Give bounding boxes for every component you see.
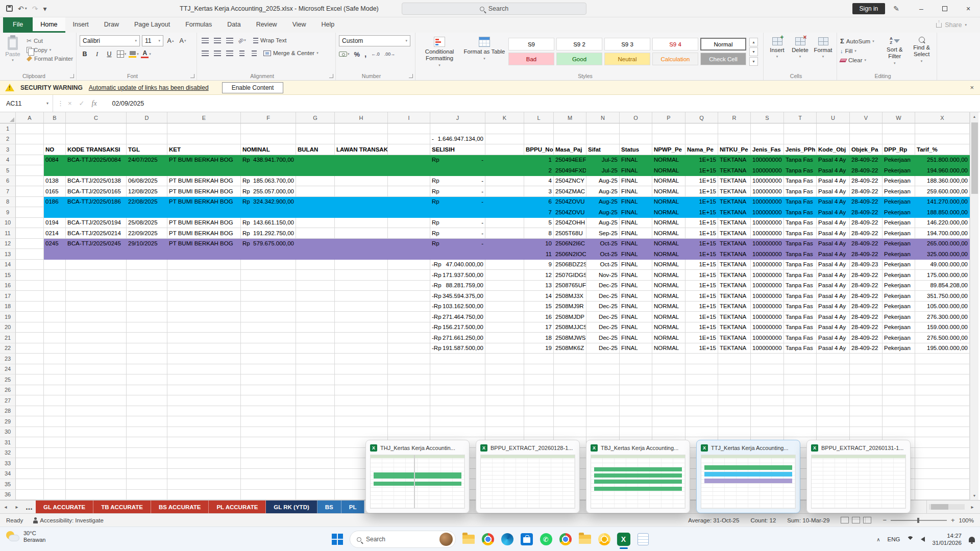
copy-button[interactable]: Copy▾ xyxy=(27,47,73,53)
cell-C14[interactable] xyxy=(66,260,127,270)
cell-H7[interactable] xyxy=(335,186,388,197)
cell-B3[interactable]: NO xyxy=(44,144,66,155)
cell-M28[interactable] xyxy=(554,406,586,417)
cell-S18[interactable]: 100000000 xyxy=(751,302,784,312)
cell-V19[interactable]: 28-409-22 xyxy=(850,312,883,322)
cell-H6[interactable] xyxy=(335,176,388,187)
cell-T28[interactable] xyxy=(784,406,817,417)
cell-G31[interactable] xyxy=(296,437,335,448)
cell-L4[interactable]: 1 xyxy=(524,155,554,166)
cell-R16[interactable]: TEKTANA xyxy=(718,281,751,291)
cell-N5[interactable]: Jul-25 xyxy=(586,165,620,176)
cell-O20[interactable]: FINAL xyxy=(620,322,652,333)
cell-O26[interactable] xyxy=(620,385,652,396)
cell-X17[interactable]: 351.750.000,00 xyxy=(915,291,970,302)
cell-T13[interactable]: Tanpa Fas xyxy=(784,249,817,260)
cell-P29[interactable] xyxy=(652,416,685,427)
cell-U10[interactable]: Pasal 4 Ay xyxy=(817,218,850,229)
cell-Q18[interactable]: 1E+15 xyxy=(685,302,718,312)
cell-L18[interactable]: 15 xyxy=(524,302,554,312)
cell-P4[interactable]: NORMAL xyxy=(652,155,685,166)
conditional-formatting-button[interactable]: Conditional Formatting ▾ xyxy=(419,35,460,72)
cell-X5[interactable]: 194.960.000,00 xyxy=(915,165,970,176)
cell-U9[interactable]: Pasal 4 Ay xyxy=(817,207,850,218)
cell-A3[interactable] xyxy=(16,144,44,155)
cell-K17[interactable] xyxy=(485,291,524,302)
cell-D11[interactable]: 22/09/2025 xyxy=(127,228,167,239)
cell-V17[interactable]: 28-409-22 xyxy=(850,291,883,302)
insert-cells-button[interactable]: Insert ▾ xyxy=(767,35,788,72)
row-header-18[interactable]: 18 xyxy=(0,302,16,312)
cell-E11[interactable]: PT BUMI BERKAH BOG xyxy=(167,228,241,239)
cell-D1[interactable] xyxy=(127,123,167,134)
cell-B13[interactable] xyxy=(44,249,66,260)
cell-F9[interactable] xyxy=(241,207,296,218)
cell-K16[interactable] xyxy=(485,281,524,291)
cell-F36[interactable] xyxy=(241,490,296,500)
cell-T3[interactable]: Jenis_PPh xyxy=(784,144,817,155)
cell-A9[interactable] xyxy=(16,207,44,218)
cell-C21[interactable] xyxy=(66,333,127,343)
cell-P19[interactable]: NORMAL xyxy=(652,312,685,322)
cell-L17[interactable]: 14 xyxy=(524,291,554,302)
row-header-8[interactable]: 8 xyxy=(0,197,16,208)
cell-A22[interactable] xyxy=(16,343,44,354)
cell-F23[interactable] xyxy=(241,354,296,364)
cell-N17[interactable]: Dec-25 xyxy=(586,291,620,302)
cell-P23[interactable] xyxy=(652,354,685,364)
cell-W10[interactable]: Pekerjaan xyxy=(883,218,915,229)
row-header-2[interactable]: 2 xyxy=(0,134,16,145)
cell-R8[interactable]: TEKTANA xyxy=(718,197,751,208)
cell-W2[interactable] xyxy=(883,134,915,145)
cell-N12[interactable]: Oct-25 xyxy=(586,239,620,249)
cell-B31[interactable] xyxy=(44,437,66,448)
cell-N14[interactable]: Oct-25 xyxy=(586,260,620,270)
cell-U1[interactable] xyxy=(817,123,850,134)
cell-R11[interactable]: TEKTANA xyxy=(718,228,751,239)
cell-D35[interactable] xyxy=(127,479,167,490)
cell-I8[interactable] xyxy=(388,197,430,208)
cell-J29[interactable] xyxy=(430,416,485,427)
cell-P24[interactable] xyxy=(652,364,685,375)
chrome-icon[interactable] xyxy=(481,533,495,546)
cell-T1[interactable] xyxy=(784,123,817,134)
cancel-formula-icon[interactable]: × xyxy=(68,99,72,107)
cell-W21[interactable]: Pekerjaan xyxy=(883,333,915,343)
cell-K6[interactable] xyxy=(485,176,524,187)
cell-J10[interactable]: Rp- xyxy=(430,218,485,229)
cell-S7[interactable]: 100000000 xyxy=(751,186,784,197)
cell-A14[interactable] xyxy=(16,260,44,270)
format-painter-button[interactable]: Format Painter xyxy=(27,56,73,62)
cell-O13[interactable]: FINAL xyxy=(620,249,652,260)
cell-X14[interactable]: 49.000.000,00 xyxy=(915,260,970,270)
cell-Q27[interactable] xyxy=(685,395,718,406)
cell-A15[interactable] xyxy=(16,270,44,281)
cell-E2[interactable] xyxy=(167,134,241,145)
row-header-27[interactable]: 27 xyxy=(0,395,16,406)
align-center-button[interactable] xyxy=(212,48,223,58)
cell-I30[interactable] xyxy=(388,427,430,438)
row-header-25[interactable]: 25 xyxy=(0,374,16,385)
cell-Q28[interactable] xyxy=(685,406,718,417)
cell-L22[interactable]: 19 xyxy=(524,343,554,354)
cell-L15[interactable]: 12 xyxy=(524,270,554,281)
cell-M26[interactable] xyxy=(554,385,586,396)
cell-X8[interactable]: 141.270.000,00 xyxy=(915,197,970,208)
cell-L1[interactable] xyxy=(524,123,554,134)
cell-W5[interactable]: Pekerjaan xyxy=(883,165,915,176)
cell-D17[interactable] xyxy=(127,291,167,302)
cell-C30[interactable] xyxy=(66,427,127,438)
ribbon-tab-file[interactable]: File xyxy=(3,17,33,33)
cell-E28[interactable] xyxy=(167,406,241,417)
cell-K11[interactable] xyxy=(485,228,524,239)
cell-C25[interactable] xyxy=(66,374,127,385)
enter-formula-icon[interactable]: ✓ xyxy=(79,99,85,107)
cell-C16[interactable] xyxy=(66,281,127,291)
cell-O24[interactable] xyxy=(620,364,652,375)
cell-T22[interactable]: Tanpa Fas xyxy=(784,343,817,354)
cell-S9[interactable]: 100000000 xyxy=(751,207,784,218)
cell-A26[interactable] xyxy=(16,385,44,396)
cell-G30[interactable] xyxy=(296,427,335,438)
cell-D15[interactable] xyxy=(127,270,167,281)
cell-K9[interactable] xyxy=(485,207,524,218)
